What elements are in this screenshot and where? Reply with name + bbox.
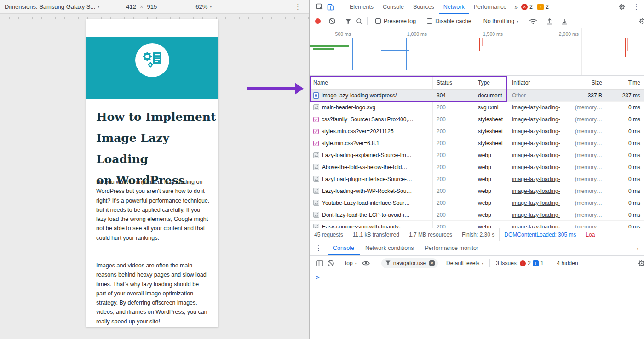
network-request-row[interactable]: Lazy-loading-explained-Source-Im…200webp…	[310, 149, 644, 161]
record-network-log-icon[interactable]	[315, 18, 321, 24]
request-initiator-link[interactable]: image-lazy-loading-	[512, 176, 560, 182]
disable-cache-checkbox[interactable]: Disable cache	[427, 18, 472, 24]
request-status: 200	[433, 149, 474, 161]
request-status: 200	[433, 185, 474, 197]
request-time: 0 ms	[606, 137, 644, 149]
clear-console-icon[interactable]	[325, 258, 336, 269]
issues-counter[interactable]: 3 Issues: ! 2 ! 1	[496, 260, 543, 266]
column-header-status[interactable]: Status	[433, 76, 474, 89]
request-size: (memory…	[569, 185, 606, 197]
tab-console[interactable]: Console	[378, 0, 408, 14]
stylesheet-icon	[313, 117, 319, 122]
request-initiator-link[interactable]: image-lazy-loading-	[512, 200, 560, 206]
tab-sources[interactable]: Sources	[408, 0, 439, 14]
live-expression-eye-icon[interactable]	[361, 258, 372, 269]
divider	[489, 259, 490, 267]
network-overview[interactable]: 500 ms1,000 ms1,500 ms2,000 ms2,50	[310, 28, 644, 76]
preserve-log-checkbox[interactable]: Preserve log	[375, 18, 416, 24]
console-sidebar-toggle-icon[interactable]	[314, 258, 325, 269]
request-initiator-link[interactable]: image-lazy-loading-	[512, 224, 560, 228]
column-header-time[interactable]: Time	[606, 76, 644, 89]
network-settings-gear-icon[interactable]	[637, 16, 644, 27]
filter-icon	[385, 260, 391, 266]
network-request-row[interactable]: image-lazy-loading-wordpress/304document…	[310, 90, 644, 102]
column-header-size[interactable]: Size	[569, 76, 606, 89]
device-width-input[interactable]: 412	[126, 3, 136, 10]
drawer-tab-console[interactable]: Console	[328, 241, 360, 255]
request-initiator-link[interactable]: image-lazy-loading-	[512, 188, 560, 194]
drawer-tab-network-conditions[interactable]: Network conditions	[360, 241, 420, 255]
devtools-menu-icon[interactable]: ⋮	[633, 3, 640, 11]
network-request-row[interactable]: Above-the-fold-vs-below-the-fold…200webp…	[310, 161, 644, 173]
log-levels-label: Default levels	[446, 260, 479, 266]
throttling-select[interactable]: No throttling ▾	[483, 18, 518, 24]
network-request-row[interactable]: styles.min.css?ver=20211125200stylesheet…	[310, 125, 644, 137]
network-request-row[interactable]: css?family=Source+Sans+Pro:400,…200style…	[310, 113, 644, 125]
issue-warning-count: 1	[540, 260, 544, 266]
column-header-initiator[interactable]: Initiator	[508, 76, 569, 89]
tab-performance[interactable]: Performance	[469, 0, 512, 14]
filter-icon[interactable]	[343, 16, 354, 27]
request-initiator-link[interactable]: image-lazy-loading-	[512, 152, 560, 158]
column-header-name[interactable]: Name	[310, 76, 433, 89]
request-initiator-cell: image-lazy-loading-	[508, 137, 569, 149]
device-toolbar-menu-icon[interactable]: ⋮	[294, 3, 304, 11]
console-prompt-chevron-icon: >	[316, 274, 320, 281]
request-name-cell: Dont-lazy-load-the-LCP-to-avoid-i…	[310, 209, 433, 220]
drawer-tab-performance-monitor[interactable]: Performance monitor	[419, 241, 484, 255]
request-initiator-link[interactable]: image-lazy-loading-	[512, 164, 560, 170]
export-har-icon[interactable]	[559, 16, 570, 27]
import-har-icon[interactable]	[544, 16, 555, 27]
request-time: 0 ms	[606, 102, 644, 113]
network-request-row[interactable]: main-header-logo.svg200svg+xmlimage-lazy…	[310, 102, 644, 113]
issue-error-count: 2	[528, 260, 531, 266]
device-toolbar-toggle-icon[interactable]	[325, 1, 336, 12]
error-count-icon[interactable]: ✕	[521, 4, 528, 10]
console-prompt[interactable]: >	[310, 271, 644, 283]
search-icon[interactable]	[354, 16, 365, 27]
request-initiator-link[interactable]: image-lazy-loading-	[512, 128, 560, 135]
drawer-menu-icon[interactable]: ⋮	[310, 244, 328, 252]
network-request-row[interactable]: Easy-compression-with-Imagify-…200webpim…	[310, 221, 644, 228]
divider	[339, 3, 339, 11]
network-request-row[interactable]: Dont-lazy-load-the-LCP-to-avoid-i…200web…	[310, 209, 644, 221]
network-conditions-icon[interactable]	[528, 16, 539, 27]
disable-cache-label: Disable cache	[435, 18, 472, 24]
request-initiator-link[interactable]: image-lazy-loading-	[512, 104, 560, 111]
console-settings-gear-icon[interactable]	[636, 258, 644, 269]
device-height-input[interactable]: 915	[147, 3, 157, 10]
hidden-messages-count[interactable]: 4 hidden	[557, 260, 578, 266]
request-time: 0 ms	[606, 161, 644, 173]
console-filter-chip[interactable]: navigator.use ✕	[381, 258, 438, 268]
preserve-log-label: Preserve log	[384, 18, 416, 24]
network-request-row[interactable]: Lazy-loading-with-WP-Rocket-Sou…200webpi…	[310, 185, 644, 197]
network-request-row[interactable]: Youtube-Lazy-load-interface-Sour…200webp…	[310, 197, 644, 209]
settings-gear-icon[interactable]	[616, 1, 627, 12]
device-zoom-select[interactable]: 62% ▾	[196, 3, 212, 10]
network-request-row[interactable]: LazyLoad-plugin-interface-Source-…200web…	[310, 173, 644, 185]
request-name: Above-the-fold-vs-below-the-fold…	[322, 161, 407, 173]
tab-elements[interactable]: Elements	[345, 0, 378, 14]
console-filter-text: navigator.use	[393, 260, 426, 266]
request-initiator-cell: image-lazy-loading-	[508, 221, 569, 228]
tab-network[interactable]: Network	[439, 0, 469, 14]
javascript-context-select[interactable]: top ▾	[345, 260, 357, 266]
request-name-cell: Easy-compression-with-Imagify-…	[310, 221, 433, 228]
warning-count-icon[interactable]: !	[537, 4, 544, 10]
column-header-type[interactable]: Type	[474, 76, 508, 89]
more-tabs-icon[interactable]: »	[514, 3, 518, 11]
request-name-cell: style.min.css?ver=6.8.1	[310, 137, 433, 149]
log-levels-select[interactable]: Default levels ▾	[446, 260, 483, 266]
clear-filter-icon[interactable]: ✕	[429, 260, 435, 266]
inspect-element-icon[interactable]	[314, 1, 325, 12]
device-dimensions-select[interactable]: Dimensions: Samsung Galaxy S... ▾	[5, 3, 99, 10]
network-toolbar: Preserve log Disable cache No throttling…	[310, 14, 644, 28]
clear-network-log-icon[interactable]	[327, 16, 338, 27]
request-initiator-link[interactable]: image-lazy-loading-	[512, 212, 560, 218]
chevron-right-icon[interactable]: ›	[637, 244, 644, 252]
request-initiator-link[interactable]: image-lazy-loading-	[512, 116, 560, 123]
network-request-row[interactable]: style.min.css?ver=6.8.1200stylesheetimag…	[310, 137, 644, 149]
request-initiator-link[interactable]: image-lazy-loading-	[512, 140, 560, 147]
error-count: 2	[529, 4, 533, 10]
request-type: stylesheet	[474, 113, 508, 125]
